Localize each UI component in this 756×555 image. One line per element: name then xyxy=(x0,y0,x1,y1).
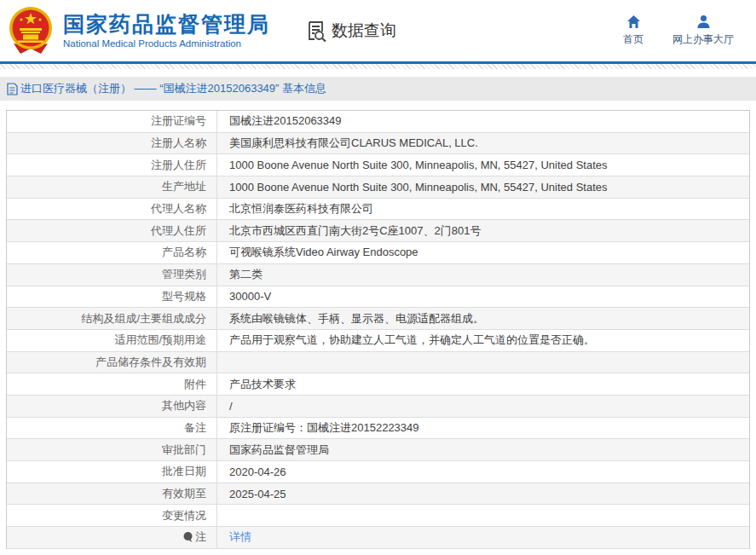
row-label: 其他内容 xyxy=(7,396,217,417)
table-row: 结构及组成/主要组成成分 系统由喉镜镜体、手柄、显示器、电源适配器组成。 xyxy=(7,308,749,330)
table-row: 变更情况 xyxy=(7,505,749,527)
row-label: 型号规格 xyxy=(7,286,217,308)
document-search-icon xyxy=(306,20,328,42)
table-row: 批准日期 2020-04-26 xyxy=(7,461,749,483)
national-emblem-logo xyxy=(7,6,55,55)
org-name-cn: 国家药品监督管理局 xyxy=(63,13,270,37)
table-row: 代理人名称 北京恒润泰医药科技有限公司 xyxy=(7,199,749,221)
row-label: 变更情况 xyxy=(7,505,217,526)
nav-service-hall[interactable]: 网上办事大厅 xyxy=(672,14,734,47)
row-label: 产品名称 xyxy=(7,242,217,263)
row-label: 结构及组成/主要组成成分 xyxy=(7,308,217,329)
table-row: 注册人名称 美国康利思科技有限公司CLARUS MEDICAL, LLC. xyxy=(7,133,749,155)
row-label: 注册人名称 xyxy=(7,133,217,154)
row-label: 代理人名称 xyxy=(7,199,217,220)
table-row: 其他内容 / xyxy=(7,396,749,418)
row-value: 产品技术要求 xyxy=(217,373,749,395)
table-row: 注册人住所 1000 Boone Avenue North Suite 300,… xyxy=(7,154,749,176)
row-value: 原注册证编号：国械注进20152223349 xyxy=(217,418,749,439)
row-value: 系统由喉镜镜体、手柄、显示器、电源适配器组成。 xyxy=(217,308,749,329)
document-icon xyxy=(7,83,18,95)
table-row: 审批部门 国家药品监督管理局 xyxy=(7,439,749,461)
row-value: 2025-04-25 xyxy=(217,483,749,505)
row-value: 国家药品监督管理局 xyxy=(217,439,749,460)
row-value xyxy=(217,352,749,373)
row-label: 备注 xyxy=(7,418,217,439)
row-value: 可视喉镜系统Video Airway Endoscope xyxy=(217,242,749,263)
table-row: 有效期至 2025-04-25 xyxy=(7,483,749,506)
header: 国家药品监督管理局 National Medical Products Admi… xyxy=(0,0,756,61)
nav-service-hall-label: 网上办事大厅 xyxy=(672,32,734,47)
row-label: 适用范围/预期用途 xyxy=(7,330,217,351)
org-name-en: National Medical Products Administration xyxy=(63,38,270,49)
table-row: 生产地址 1000 Boone Avenue North Suite 300, … xyxy=(7,176,749,199)
row-value: 1000 Boone Avenue North Suite 300, Minne… xyxy=(217,176,749,198)
note-label: 注 xyxy=(195,529,206,545)
row-value: 2020-04-26 xyxy=(217,461,749,483)
table-row: 附件 产品技术要求 xyxy=(7,373,749,396)
row-label: 批准日期 xyxy=(7,461,217,483)
note-balloon-icon xyxy=(183,531,193,543)
registration-info-table: 注册证编号 国械注进20152063349 注册人名称 美国康利思科技有限公司C… xyxy=(6,110,750,549)
row-value: / xyxy=(217,396,749,417)
row-value xyxy=(217,505,749,526)
org-titles: 国家药品监督管理局 National Medical Products Admi… xyxy=(63,13,270,49)
row-label: 产品储存条件及有效期 xyxy=(7,352,217,373)
row-value: 国械注进20152063349 xyxy=(217,111,749,132)
row-label: 生产地址 xyxy=(7,176,217,198)
table-row: 产品储存条件及有效期 xyxy=(7,352,749,374)
person-icon xyxy=(696,14,711,29)
home-icon xyxy=(626,14,641,29)
row-label: 审批部门 xyxy=(7,439,217,460)
details-link[interactable]: 详情 xyxy=(229,529,251,545)
row-value: 30000-V xyxy=(217,286,749,308)
row-label: 注册人住所 xyxy=(7,154,217,176)
row-label: 有效期至 xyxy=(7,483,217,505)
table-row: 适用范围/预期用途 产品用于观察气道，协助建立人工气道，并确定人工气道的位置是否… xyxy=(7,330,749,352)
nav-home[interactable]: 首页 xyxy=(623,14,643,47)
table-row: 型号规格 30000-V xyxy=(7,286,749,309)
row-value: 产品用于观察气道，协助建立人工气道，并确定人工气道的位置是否正确。 xyxy=(217,330,749,351)
table-row: 产品名称 可视喉镜系统Video Airway Endoscope xyxy=(7,242,749,264)
table-row: 注册证编号 国械注进20152063349 xyxy=(7,111,749,133)
table-row: 管理类别 第二类 xyxy=(7,264,749,286)
data-query-label: 数据查询 xyxy=(332,20,396,42)
row-label: 代理人住所 xyxy=(7,220,217,241)
row-value: 美国康利思科技有限公司CLARUS MEDICAL, LLC. xyxy=(217,133,749,154)
table-row: 代理人住所 北京市西城区西直门南大街2号C座1007、2门801号 xyxy=(7,220,749,242)
top-nav: 首页 网上办事大厅 xyxy=(623,14,744,47)
breadcrumb: 进口医疗器械（注册） —— “国械注进20152063349” 基本信息 xyxy=(0,77,756,101)
row-value: 详情 xyxy=(217,527,749,548)
row-label: 注册证编号 xyxy=(7,111,217,132)
nav-home-label: 首页 xyxy=(623,32,643,47)
table-row: 备注 原注册证编号：国械注进20152223349 xyxy=(7,418,749,440)
table-row-note: 注 详情 xyxy=(7,527,749,549)
hatch-band xyxy=(0,64,756,69)
row-label: 管理类别 xyxy=(7,264,217,286)
row-value: 北京恒润泰医药科技有限公司 xyxy=(217,199,749,220)
row-value: 第二类 xyxy=(217,264,749,286)
data-query-tab[interactable]: 数据查询 xyxy=(306,20,396,42)
row-label: 注 xyxy=(7,527,217,548)
row-value: 北京市西城区西直门南大街2号C座1007、2门801号 xyxy=(217,220,749,241)
row-label: 附件 xyxy=(7,373,217,395)
row-value: 1000 Boone Avenue North Suite 300, Minne… xyxy=(217,154,749,176)
breadcrumb-text: 进口医疗器械（注册） —— “国械注进20152063349” 基本信息 xyxy=(20,81,326,96)
